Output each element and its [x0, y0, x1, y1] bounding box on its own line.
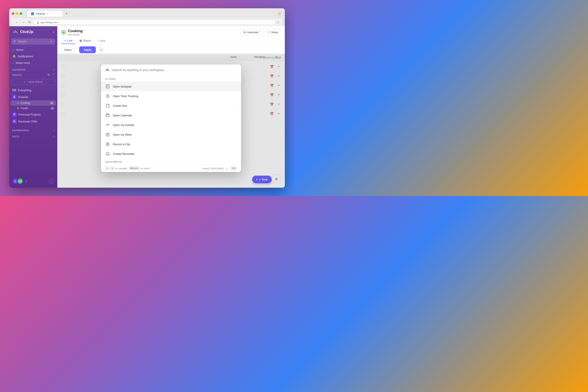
expand-spaces-icon[interactable]: ˅: [53, 74, 54, 77]
share-button[interactable]: ⤴ Share: [266, 29, 281, 36]
favorites-expand-icon[interactable]: ›: [54, 68, 54, 71]
browser-expand-button[interactable]: ↓: [277, 11, 282, 16]
filter-status-label: Status: [64, 48, 72, 52]
nav-hints: ↑ ↓ to navigate. Return to select.: [105, 166, 150, 170]
action-create-doc[interactable]: Create Doc →: [101, 101, 241, 110]
bell-icon: 🔔: [12, 54, 16, 58]
action-open-notepad[interactable]: Open Notepad: [101, 82, 241, 91]
page-title: Cooking: [68, 29, 83, 33]
add-view-button[interactable]: + View: [95, 38, 108, 44]
filter-dropdown[interactable]: Status ˅: [61, 47, 77, 53]
spaces-section-header: SPACES 🔍 ˅: [9, 72, 57, 78]
action-label: Open Time Tracking: [113, 94, 138, 98]
tab-close-button[interactable]: ×: [46, 13, 48, 15]
action-label: Record a Clip: [113, 142, 130, 146]
doc-icon: [105, 103, 110, 108]
page-title-caret-icon[interactable]: ˅: [84, 30, 85, 32]
space-indicator: [61, 30, 66, 35]
star-icon[interactable]: ☆: [276, 20, 280, 24]
sidebar-item-label: Home: [16, 48, 24, 52]
sidebar-search[interactable]: 🔍 Search ⚡: [12, 38, 55, 44]
cooking-label: Cooking: [20, 102, 30, 104]
close-filter-button[interactable]: ×: [98, 47, 104, 53]
clickup-search-logo: [105, 68, 110, 72]
sidebar-item-show-more[interactable]: ↓ Show more: [9, 60, 57, 66]
maximize-window-button[interactable]: [20, 12, 22, 15]
sidebar-collapse-button[interactable]: «: [52, 30, 54, 34]
home-icon: ⌂: [12, 48, 14, 52]
apply-button[interactable]: Apply: [79, 46, 96, 53]
sidebar-item-notifications[interactable]: 🔔 Notifications: [9, 53, 57, 60]
browser-controls: ClickUp × + ↓: [12, 10, 282, 16]
nav-back-button[interactable]: ←: [14, 20, 19, 25]
everything-label: Everything: [18, 88, 31, 92]
sidebar: ClickUp « 🔍 Search ⚡ ⌂ Home 🔔 Notificati…: [9, 26, 57, 188]
sidebar-item-personal-crm[interactable]: P Personal CRM: [9, 118, 57, 125]
space-dot: [62, 31, 65, 34]
add-details[interactable]: Add details: [68, 33, 85, 36]
share-label: Share: [271, 31, 278, 34]
action-open-calendar[interactable]: Open Calendar: [101, 110, 241, 120]
action-label: Open Calendar: [113, 114, 132, 117]
sidebar-item-home[interactable]: ⌂ Home: [9, 46, 57, 53]
sidebar-item-personal-projects[interactable]: P Personal Projects: [9, 111, 57, 118]
sidebar-item-label: Notifications: [18, 55, 33, 58]
action-record-clip[interactable]: Record a Clip: [101, 139, 241, 149]
new-space-button[interactable]: + + NEW SPACE: [12, 79, 55, 85]
arrow-icon: →: [234, 104, 237, 107]
browser-tab[interactable]: ClickUp ×: [28, 11, 62, 16]
action-create-reminder[interactable]: Create Reminder: [101, 149, 241, 158]
traffic-lights: [12, 12, 22, 15]
errands-badge: E: [12, 95, 16, 99]
clickup-logo-icon: [12, 29, 18, 35]
new-tab-button[interactable]: +: [64, 10, 70, 16]
tab-bar: ClickUp × +: [28, 10, 275, 16]
browser-window: ClickUp × + ↓ ← → ↻ 🔒 app.clickup.com ☆: [9, 8, 285, 188]
return-key: Return: [129, 166, 140, 170]
nav-refresh-button[interactable]: ↻: [28, 20, 32, 25]
action-label: Open Notepad: [113, 85, 132, 88]
emoji-icon[interactable]: ☺: [226, 167, 228, 170]
lock-icon: 🔒: [36, 21, 39, 24]
dashboards-expand-icon[interactable]: ›: [54, 129, 54, 132]
nav-forward-button[interactable]: →: [21, 20, 26, 25]
minimize-window-button[interactable]: [16, 12, 18, 15]
action-open-my-work[interactable]: Open my Work: [101, 130, 241, 139]
health-count: 3: [50, 107, 54, 110]
automate-button[interactable]: ⚙ Automate ˅: [240, 29, 264, 36]
tab-board[interactable]: ▦ Board: [76, 38, 94, 44]
docs-section: DOCS ›: [9, 133, 57, 139]
docs-expand-icon[interactable]: ›: [54, 135, 54, 138]
health-label: Health: [20, 107, 28, 110]
sidebar-item-everything[interactable]: Everything: [9, 87, 57, 94]
sidebar-item-cooking[interactable]: Cooking 6: [10, 100, 56, 106]
clickup-logo: ClickUp: [12, 29, 33, 35]
toolbar-container: 🔍 Search tasks... ˅ ⚡ Filter ◎ Group by:…: [57, 44, 285, 54]
action-open-time-tracking[interactable]: Open Time Tracking: [101, 91, 241, 101]
search-modal-input[interactable]: [112, 68, 237, 72]
tab-list[interactable]: ≡ List: [61, 38, 76, 44]
action-open-my-activity[interactable]: Open my Activity: [101, 120, 241, 130]
url-bar[interactable]: 🔒 app.clickup.com: [34, 20, 275, 25]
search-icon: 🔍: [14, 40, 17, 43]
svg-point-13: [106, 142, 109, 146]
legacy-quickswitch: Legacy QuickSwitch ☺ ⌘K: [202, 166, 237, 170]
url-text: app.clickup.com: [40, 21, 58, 24]
lightning-icon: ⚡: [50, 40, 53, 43]
close-window-button[interactable]: [12, 12, 14, 15]
action-label: Create Reminder: [113, 152, 134, 156]
list-icon: ≡: [64, 39, 66, 42]
avatar-caret-icon[interactable]: ▾: [26, 180, 26, 182]
search-spaces-icon[interactable]: 🔍: [47, 74, 51, 77]
tab-label: ClickUp: [36, 12, 45, 15]
chevron-down-icon: ↓: [12, 61, 14, 64]
nav-down-key: ↓: [110, 166, 114, 170]
action-label: Open my Activity: [113, 124, 134, 127]
health-dot: [17, 108, 19, 109]
sidebar-item-health[interactable]: Health 3: [9, 106, 57, 111]
sidebar-item-errands[interactable]: E Errands: [9, 94, 57, 100]
main-content: Cooking ˅ Add details ⚙ Automate ˅: [57, 26, 285, 188]
help-button[interactable]: ?: [49, 178, 54, 184]
notepad-icon: [105, 84, 110, 89]
sidebar-bottom: L LH ▾ ?: [9, 176, 57, 186]
